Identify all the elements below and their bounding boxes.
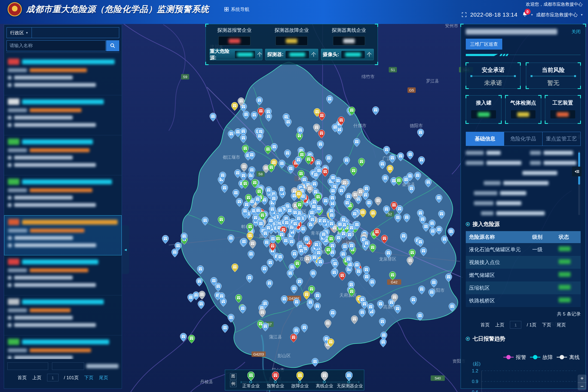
region-dropdown[interactable]: 行政区 ▼ [7,27,32,38]
last-page-link[interactable]: 尾页 [99,375,108,381]
sidebar-pagination: 首页 上页 1 / 101页 下页 尾页 [7,374,118,381]
stat-label: 探测器故障企业 [263,27,320,33]
sidebar-collapse-tab[interactable]: ◀ [122,225,129,274]
zoom-out-button[interactable]: − [578,383,586,391]
first-page-link[interactable]: 首页 [480,322,490,328]
tab-2[interactable]: 重点监管工艺 [543,132,581,146]
page-input[interactable]: 1 [47,374,59,381]
svg-text:G42: G42 [391,280,398,284]
stat-column: 探测器离线企业 [320,27,378,45]
company-list-item[interactable] [4,295,122,335]
legend-item: 预警企业 [263,372,288,388]
first-page-link[interactable]: 首页 [18,375,27,381]
radio-icon [466,337,470,341]
map-pin-icon [288,372,312,381]
svg-text:S8: S8 [258,172,263,176]
company-list-item[interactable] [4,175,122,215]
company-list-item[interactable] [4,135,122,175]
road-badge: G4203 [252,351,266,357]
table-row[interactable]: 压缩机区 [466,281,581,294]
table-row[interactable]: 铁路栈桥区 [466,294,581,307]
counter-unit: 个 [257,51,262,58]
expand-panel-button[interactable] [572,167,582,176]
jump-box[interactable] [52,362,84,370]
grid-icon [224,7,229,11]
legend-item: 离线企业 [312,372,337,388]
stat-value-redacted [218,36,250,45]
status-badge [8,299,19,305]
person-icon [8,76,11,79]
page-size-select[interactable] [7,362,48,370]
company-name-redacted [22,220,118,225]
company-name-redacted [22,59,115,64]
company-list [4,55,122,359]
stat-value-redacted [333,36,365,45]
svg-text:报警: 报警 [516,354,526,360]
legend-item: 正常企业 [239,372,263,388]
info-scrollbar[interactable] [578,151,580,215]
tab-1[interactable]: 危险化学品 [504,132,542,146]
legend-label: 预警企业 [263,383,288,389]
fullscreen-icon[interactable] [461,12,467,17]
table-row[interactable]: 液化石油气储罐区单元一级 [466,243,581,256]
hazard-status-redacted [555,294,581,307]
hazard-pagination: 首页 上页 1 / 1页 下页 尾页 [466,321,581,329]
detail-panel: 关闭 三维厂区巡查 安全承诺 未承诺 当前风险 暂无 接入罐气体检测点工艺装置 … [461,24,586,389]
prev-page-link[interactable]: 上页 [495,322,504,328]
user-caret-icon[interactable]: ▾ [581,13,583,17]
next-page-link[interactable]: 下页 [542,322,551,328]
road-badge: S9 [181,74,189,79]
notification-bell[interactable]: 0 [521,11,528,18]
metric-box: 接入罐 [466,95,501,124]
location-icon [8,323,11,327]
person-icon [8,156,11,160]
map-label: 丹棱县 [200,379,213,384]
person-icon [8,276,11,280]
map-label: 安州市 [445,23,458,28]
patrol-3d-button[interactable]: 三维厂区巡查 [466,39,502,50]
person-icon [8,116,11,120]
legend-label: 故障企业 [288,383,312,389]
map-label: 蒲江县 [269,335,282,339]
road-badge: G42 [387,279,401,285]
table-row[interactable]: 视频接入点位 [466,256,581,269]
legend-node [249,381,252,383]
company-list-item[interactable] [4,95,122,135]
map-label: 彭山区 [277,353,291,358]
radio-icon [466,222,470,226]
company-list-item[interactable] [4,335,122,359]
svg-text:0.9: 0.9 [472,379,478,384]
metric-label: 气体检测点 [506,99,541,106]
bell-caret-icon[interactable]: ▾ [531,13,533,17]
hazard-status-redacted [555,256,581,269]
last-page-link[interactable]: 尾页 [557,322,566,328]
search-input[interactable] [7,40,106,51]
hazard-status-redacted [555,243,581,256]
search-icon [110,43,116,49]
tab-0[interactable]: 基础信息 [466,132,504,146]
company-name-redacted [22,99,104,104]
system-nav[interactable]: 系统导航 [224,6,249,13]
person-icon [8,356,11,359]
next-page-link[interactable]: 下页 [84,375,93,381]
company-list-item[interactable] [4,55,122,95]
search-button[interactable] [106,40,119,51]
zoom-in-button[interactable]: + [578,375,586,383]
counter-label: 摄像头: [323,51,339,58]
hazard-level: 一级 [529,243,555,256]
svg-text:(起): (起) [473,361,480,366]
stat-label: 探测器离线企业 [320,27,378,33]
company-list-item[interactable] [4,215,122,255]
map-legend: 图例 正常企业 预警企业 故障企业 离线企业 无探测器企业 [225,370,364,390]
region-value-field[interactable] [32,27,119,38]
page-input[interactable]: 1 [510,321,521,329]
table-row[interactable]: 燃气储罐区 [466,269,581,281]
company-list-item[interactable] [4,255,122,295]
metric-label: 接入罐 [466,99,501,106]
counter-box: 重大危险源:个 [210,49,262,60]
stat-column: 探测器报警企业 [206,27,263,45]
prev-page-link[interactable]: 上页 [32,375,42,381]
status-badge [8,339,19,345]
user-menu[interactable]: 成都市应急救援中心 [536,12,578,18]
close-button[interactable]: 关闭 [571,29,581,35]
